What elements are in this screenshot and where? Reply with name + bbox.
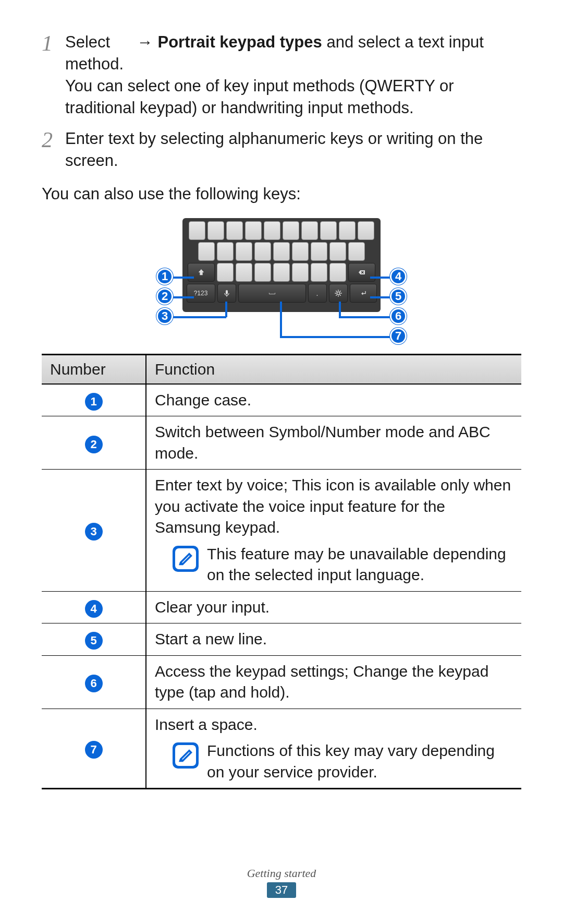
key-blank [311,242,327,261]
step-number: 2 [42,128,65,172]
connector [370,277,391,279]
connector [173,277,194,279]
step-2: 2 Enter text by selecting alphanumeric k… [42,128,521,172]
row-badge-1: 1 [85,393,103,411]
key-blank [301,221,318,240]
row-badge-7: 7 [85,741,103,759]
callout-badge-1: 1 [156,268,173,285]
key-blank [217,242,234,261]
connector [225,302,227,317]
key-blank [226,221,243,240]
header-number: Number [42,354,146,384]
connector [173,316,226,318]
connector [339,302,341,317]
intro-line: You can also use the following keys: [42,183,521,205]
note-text: Functions of this key may vary depending… [207,740,513,783]
key-blank [245,221,262,240]
connector [339,316,391,318]
row-text: Enter text by voice; This icon is availa… [155,476,511,536]
callout-badge-4: 4 [390,268,407,285]
callout-badge-7: 7 [390,328,407,344]
key-blank [217,263,234,282]
key-blank [358,221,374,240]
table-row: 5 Start a new line. [42,623,521,656]
step-body: Enter text by selecting alphanumeric key… [65,128,521,172]
row-cell: Insert a space. Functions of this key ma… [146,709,521,789]
symbol-key: ?123 [187,284,215,303]
step-1: 1 Select → Portrait keypad types and sel… [42,31,521,118]
connector [280,336,391,338]
note-block: This feature may be unavailable dependin… [173,544,513,586]
note-icon [173,546,199,572]
note-icon [173,742,199,769]
row-badge-3: 3 [85,523,103,541]
row-badge-6: 6 [85,675,103,692]
key-blank [254,242,271,261]
connector [173,296,194,298]
row-text: Clear your input. [146,591,521,623]
table-row: 7 Insert a space. Functions of this key … [42,709,521,789]
key-blank [339,221,356,240]
keyboard: ?123 . [182,218,381,312]
shift-key [188,263,215,282]
key-blank [348,242,365,261]
key-blank [273,242,290,261]
key-blank [329,242,346,261]
key-blank [198,242,215,261]
key-blank [189,221,205,240]
table-row: 6 Access the keypad settings; Change the… [42,655,521,709]
key-blank [292,242,309,261]
note-block: Functions of this key may vary depending… [173,740,513,783]
row-badge-5: 5 [85,632,103,650]
keyboard-figure: 1 2 3 4 5 6 7 [104,218,459,338]
callout-badge-6: 6 [390,308,407,325]
backspace-key [348,263,375,282]
row-badge-2: 2 [85,436,103,453]
note-text: This feature may be unavailable dependin… [207,544,513,586]
key-blank [311,263,327,282]
svg-rect-0 [226,290,228,294]
step-body: Select → Portrait keypad types and selec… [65,31,521,118]
connector [370,296,391,298]
gear-key [329,284,348,303]
arrow-icon: → [137,33,158,51]
table-header-row: Number Function [42,354,521,384]
key-blank [254,263,271,282]
function-table: Number Function 1 Change case. 2 Switch … [42,354,521,790]
callout-badge-2: 2 [156,288,173,305]
period-key: . [308,284,327,303]
table-row: 4 Clear your input. [42,591,521,623]
row-text: Start a new line. [146,623,521,656]
key-blank [320,221,337,240]
key-blank [236,263,252,282]
manual-page: 1 Select → Portrait keypad types and sel… [0,0,563,924]
step-number: 1 [42,31,65,118]
step-prefix: Select [65,33,115,51]
mic-key [217,284,236,303]
enter-key [350,284,377,303]
row-badge-4: 4 [85,600,103,618]
svg-point-1 [337,292,339,294]
row-text: Change case. [146,384,521,416]
header-function: Function [146,354,521,384]
page-number: 37 [267,882,296,898]
key-blank [329,263,346,282]
callout-badge-3: 3 [156,308,173,325]
section-name: Getting started [0,867,563,880]
key-blank [283,221,299,240]
step-bold: Portrait keypad types [157,33,322,51]
row-text: Insert a space. [155,716,258,733]
row-text: Switch between Symbol/Number mode and AB… [146,416,521,470]
key-blank [292,263,309,282]
key-blank [264,221,280,240]
page-footer: Getting started 37 [0,867,563,898]
key-blank [207,221,224,240]
table-row: 3 Enter text by voice; This icon is avai… [42,470,521,592]
connector [280,302,282,338]
table-row: 1 Change case. [42,384,521,416]
table-row: 2 Switch between Symbol/Number mode and … [42,416,521,470]
row-cell: Enter text by voice; This icon is availa… [146,470,521,592]
row-text: Access the keypad settings; Change the k… [146,655,521,709]
step-detail: You can select one of key input methods … [65,77,454,117]
space-key [238,284,306,303]
